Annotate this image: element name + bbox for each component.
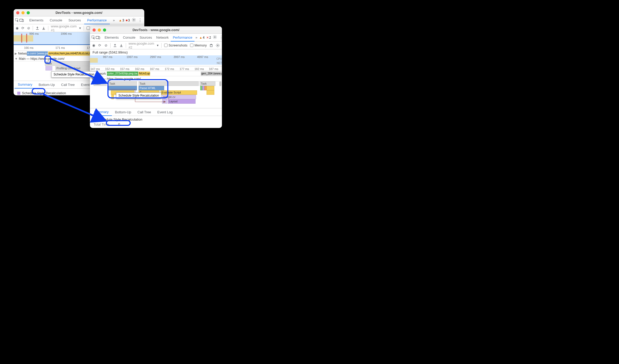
download-icon[interactable] — [42, 26, 45, 30]
flame-task[interactable]: Task — [108, 81, 137, 86]
flame-parse-html[interactable]: Parse HTML — [139, 86, 164, 90]
gear-icon[interactable] — [132, 18, 136, 23]
warning-count[interactable]: ▲4 — [199, 36, 205, 39]
flame-p[interactable]: p — [162, 99, 167, 104]
close-icon[interactable] — [16, 11, 19, 14]
reload-icon[interactable]: ⟳ — [98, 43, 101, 48]
traffic-lights — [16, 11, 30, 14]
network-segment[interactable]: e.com/ (www.goo… — [27, 51, 48, 56]
main-row[interactable]: ▼ Main — https://www.google.com/ — [90, 76, 222, 81]
reload-icon[interactable]: ⟳ — [21, 26, 25, 30]
tab-elements[interactable]: Elements — [102, 34, 121, 41]
device-toggle-icon[interactable] — [96, 34, 100, 41]
tab-summary[interactable]: Summary — [15, 81, 36, 89]
tab-sources[interactable]: Sources — [65, 16, 84, 24]
tab-bottom-up[interactable]: Bottom-Up — [36, 81, 58, 88]
zoom-icon[interactable] — [103, 28, 106, 32]
time-ruler[interactable]: 147 ms 152 ms 157 ms 162 ms 167 ms 172 m… — [90, 66, 222, 71]
flame-googlecv[interactable]: google.cv — [162, 95, 196, 99]
overview-minimap[interactable]: 997 ms 1997 ms 2997 ms 3997 ms 4997 ms C… — [90, 55, 222, 66]
device-toggle-icon[interactable] — [19, 17, 24, 24]
tab-performance[interactable]: Performance — [84, 17, 110, 24]
tab-network[interactable]: Network — [154, 34, 171, 41]
tab-elements[interactable]: Elements — [26, 16, 47, 24]
ruler-tick: 147 ms — [90, 67, 100, 71]
gc-icon[interactable] — [209, 43, 213, 48]
zoom-icon[interactable] — [27, 11, 30, 14]
flame-layout[interactable]: Layout — [168, 99, 196, 104]
color-swatch — [17, 92, 20, 95]
svg-point-3 — [133, 19, 134, 20]
tab-console[interactable]: Console — [47, 16, 65, 24]
warning-count[interactable]: ▲3 — [119, 19, 124, 22]
expand-icon[interactable]: ▶ — [15, 52, 17, 55]
flame-task[interactable]: Task — [200, 81, 215, 86]
close-icon[interactable] — [93, 28, 96, 32]
collapse-icon[interactable]: ▼ — [15, 57, 18, 61]
gear-icon[interactable] — [213, 35, 217, 40]
tab-call-tree[interactable]: Call Tree — [134, 108, 154, 116]
inspect-icon[interactable] — [15, 17, 19, 24]
bottom-tabs: Summary Bottom-Up Call Tree Event Log — [90, 108, 222, 116]
network-segment[interactable]: gen_204 (www.g… — [201, 72, 222, 76]
tab-console[interactable]: Console — [121, 34, 137, 41]
settings-icon[interactable] — [216, 43, 220, 48]
tabs-overflow[interactable]: » — [194, 34, 198, 41]
profile-selector[interactable]: www.google.com #1 — [51, 24, 77, 32]
ruler-tick: 167 ms — [150, 67, 159, 71]
flame-tooltip: Schedule Style Recalculation — [116, 92, 161, 99]
flame-block[interactable] — [45, 66, 52, 71]
record-icon[interactable]: ◉ — [16, 26, 19, 30]
chevron-down-icon[interactable]: ▾ — [79, 26, 81, 30]
upload-icon[interactable] — [113, 43, 117, 48]
self-time-label: Self Time — [94, 127, 114, 128]
kebab-icon[interactable]: ⋮ — [138, 18, 142, 23]
inspect-icon[interactable] — [91, 34, 96, 41]
svg-point-9 — [214, 37, 215, 38]
download-icon[interactable] — [119, 43, 123, 48]
scrollbar-thumb[interactable] — [219, 81, 221, 86]
kebab-icon[interactable]: ⋮ — [219, 35, 222, 40]
summary-panel: Schedule Style Recalculation Total Time0… — [90, 116, 222, 128]
error-count[interactable]: ■3 — [126, 19, 130, 22]
flame-block[interactable] — [108, 86, 137, 90]
tab-summary[interactable]: Summary — [91, 109, 112, 116]
window-title: DevTools - www.google.com/ — [90, 28, 222, 32]
flame-evaluate-script[interactable]: Evaluate Script — [161, 90, 197, 95]
chevron-down-icon[interactable]: ▾ — [157, 43, 159, 47]
record-icon[interactable]: ◉ — [92, 43, 95, 48]
memory-checkbox[interactable]: Memory — [190, 43, 207, 47]
error-count[interactable]: ✕2 — [206, 36, 211, 39]
ruler-tick: 177 ms — [180, 67, 189, 71]
flame-block[interactable] — [207, 90, 214, 95]
titlebar[interactable]: DevTools - www.google.com/ — [14, 9, 144, 16]
flame-block[interactable] — [202, 86, 204, 90]
flame-chart[interactable]: Task Task Task Task Parse HTML E… Evalua… — [90, 81, 222, 108]
screenshots-checkbox[interactable]: Screenshots — [164, 43, 187, 47]
flame-block[interactable] — [111, 95, 114, 99]
cpu-label: CPU — [216, 57, 222, 60]
network-segment[interactable]: color_272x92dp.png (w… — [107, 72, 138, 76]
minimize-icon[interactable] — [21, 11, 25, 14]
flame-block[interactable] — [200, 86, 202, 90]
ruler-tick: 182 ms — [194, 67, 204, 71]
flame-task[interactable]: Task — [139, 81, 199, 86]
flame-block[interactable] — [207, 86, 214, 90]
clear-icon[interactable]: ⊘ — [27, 26, 30, 30]
flame-task[interactable]: Task — [94, 81, 107, 86]
network-segment[interactable]: NUn3,qd… — [139, 72, 150, 76]
tab-sources[interactable]: Sources — [137, 34, 154, 41]
tabs-overflow[interactable]: » — [110, 16, 118, 24]
tab-bottom-up[interactable]: Bottom-Up — [112, 108, 134, 116]
flame-block[interactable] — [204, 86, 207, 90]
tab-event-log[interactable]: Event Log — [154, 108, 176, 116]
network-row[interactable]: ▶ Network color_272x92dp.png (w… NUn3,qd… — [90, 71, 222, 76]
ruler-tick: 162 ms — [135, 67, 144, 71]
profile-selector[interactable]: www.google.com #2 — [129, 42, 154, 49]
upload-icon[interactable] — [36, 26, 39, 30]
tab-performance[interactable]: Performance — [171, 34, 194, 42]
clear-icon[interactable]: ⊘ — [104, 43, 108, 48]
titlebar[interactable]: DevTools - www.google.com/ — [90, 26, 222, 34]
minimize-icon[interactable] — [98, 28, 101, 32]
tab-call-tree[interactable]: Call Tree — [58, 81, 78, 88]
